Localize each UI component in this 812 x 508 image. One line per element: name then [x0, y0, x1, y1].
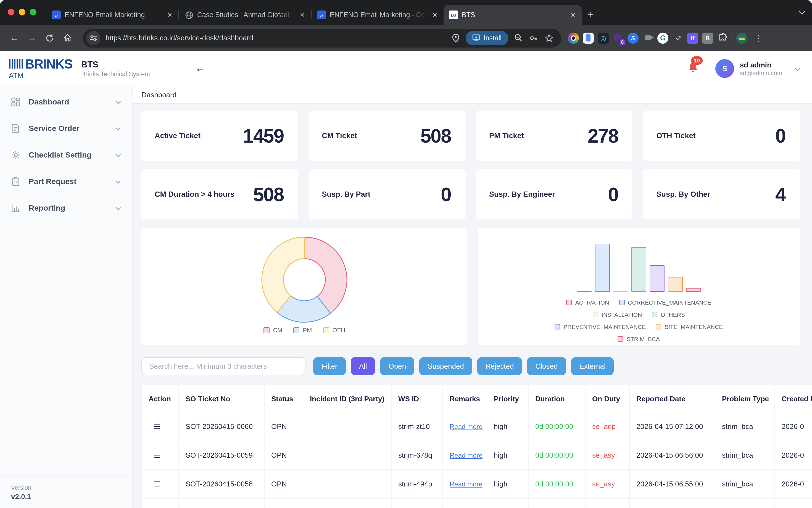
bar-INSTALLATION [613, 291, 628, 292]
minimize-window-button[interactable] [19, 9, 26, 15]
browser-tab[interactable]: Case Studies | Ahmad Giofadl ✕ [179, 5, 311, 25]
tab-close-icon[interactable]: ✕ [569, 11, 577, 18]
sidebar-item-part-request[interactable]: Part Request [0, 168, 132, 195]
chevron-down-icon [115, 151, 121, 159]
browser-tab[interactable]: » ENFENO Email Marketing - Co ✕ [312, 5, 443, 25]
zoom-magnifier-icon[interactable] [511, 30, 526, 46]
password-key-icon[interactable] [526, 30, 541, 46]
read-more-link[interactable]: Read more [450, 452, 482, 459]
stat-card-oth-ticket: OTH Ticket0 [643, 111, 800, 161]
tab-close-icon[interactable]: ✕ [166, 11, 174, 18]
ifttt-extension-icon[interactable]: If [687, 32, 698, 43]
lens-extension-icon[interactable] [568, 32, 579, 43]
camera-extension-icon[interactable] [642, 32, 654, 43]
filter-button-closed[interactable]: Closed [527, 357, 566, 375]
table-column-header[interactable]: WS ID [391, 385, 443, 412]
hamburger-menu-icon[interactable] [154, 424, 160, 429]
table-column-header[interactable]: Duration [528, 385, 585, 412]
phone-extension-icon[interactable] [583, 32, 594, 43]
bar-STRIM_BCA [686, 288, 701, 292]
cell-created_date: 2026-0 [775, 470, 812, 498]
sidebar-item-dashboard[interactable]: Dashboard [0, 88, 132, 115]
home-button[interactable] [58, 29, 76, 47]
react-devtools-icon[interactable]: ◎ [598, 32, 609, 43]
table-row[interactable]: SOT-20260415-0059OPNstrim-678qRead moreh… [142, 441, 812, 470]
cell-remarks: Read more [443, 470, 487, 498]
legend-item: CORRECTIVE_MAINTENANCE [619, 299, 711, 306]
hamburger-menu-icon[interactable] [154, 453, 160, 458]
filter-button-suspended[interactable]: Suspended [419, 357, 472, 375]
table-column-header[interactable]: Priority [487, 385, 528, 412]
table-column-header[interactable]: Incident ID (3rd Party) [303, 385, 391, 412]
site-settings-icon[interactable] [86, 31, 100, 45]
back-button[interactable]: ← [5, 29, 23, 47]
table-column-header[interactable]: Action [142, 385, 179, 412]
tab-close-icon[interactable]: ✕ [431, 11, 439, 18]
filter-button-filter[interactable]: Filter [313, 357, 346, 375]
reload-button[interactable] [41, 29, 58, 47]
stat-label: Susp. By Part [322, 190, 371, 199]
grammarly-extension-icon[interactable]: G [657, 32, 668, 43]
shazam-extension-icon[interactable]: S [627, 32, 638, 43]
hamburger-menu-icon[interactable] [154, 481, 160, 487]
sidebar-item-reporting[interactable]: Reporting [0, 195, 132, 221]
search-input[interactable] [141, 357, 305, 375]
user-avatar[interactable]: S [716, 59, 734, 78]
browser-tab-active[interactable]: BS BTS ✕ [443, 5, 582, 25]
collapse-sidebar-arrow-icon[interactable]: ← [195, 62, 205, 74]
table-row-partial [142, 498, 812, 508]
bookmark-star-icon[interactable] [541, 30, 557, 46]
user-menu-chevron-icon[interactable] [794, 63, 801, 73]
eyedropper-extension-icon[interactable]: ✎ [672, 32, 683, 43]
filter-button-external[interactable]: External [571, 357, 614, 375]
table-column-header[interactable]: Created Date [775, 385, 812, 412]
row-action-cell[interactable] [142, 470, 179, 498]
table-row[interactable]: SOT-20260415-0058OPNstrim-494pRead moreh… [142, 470, 812, 498]
cell-reported_date: 2026-04-15 07:12:00 [629, 412, 715, 441]
close-window-button[interactable] [8, 9, 14, 15]
filter-button-open[interactable]: Open [380, 357, 415, 375]
notification-bell[interactable]: 10 [687, 60, 700, 76]
macos-traffic-lights[interactable] [8, 9, 37, 15]
legend-item: SITE_MAINTENANCE [656, 323, 723, 330]
table-row[interactable]: SOT-20260415-0060OPNstrim-zt10Read moreh… [142, 412, 812, 441]
new-tab-button[interactable]: + [587, 9, 593, 21]
tab-title: BTS [462, 11, 565, 19]
browser-menu-icon[interactable]: ⋮ [755, 34, 762, 42]
service-order-table: ActionSO Ticket NoStatusIncident ID (3rd… [141, 385, 812, 508]
url-text[interactable]: https://bts.brinks.co.id/service-desk/da… [105, 34, 448, 42]
tab-strip: » ENFENO Email Marketing ✕ Case Studies … [0, 0, 812, 25]
read-more-link[interactable]: Read more [450, 423, 482, 431]
stack-extension-icon[interactable]: 8 [613, 32, 624, 43]
tab-close-icon[interactable]: ✕ [298, 11, 306, 18]
filter-button-all[interactable]: All [351, 357, 375, 375]
stat-value: 0 [608, 183, 618, 205]
enfeno-favicon-icon: » [317, 10, 326, 19]
table-column-header[interactable]: Problem Type [715, 385, 775, 412]
version-value: v2.0.1 [11, 493, 121, 501]
table-column-header[interactable]: Remarks [443, 385, 487, 412]
legend-swatch [555, 324, 560, 330]
install-app-button[interactable]: Install [466, 31, 508, 45]
tab-search-chevron-icon[interactable] [799, 7, 805, 17]
table-column-header[interactable]: On Duty [585, 385, 629, 412]
profile-avatar-icon[interactable] [736, 32, 747, 43]
sidebar-item-service-order[interactable]: Service Order [0, 115, 132, 141]
row-action-cell[interactable] [142, 412, 179, 441]
table-column-header[interactable]: SO Ticket No [179, 385, 264, 412]
table-column-header[interactable]: Status [264, 385, 303, 412]
browser-tab[interactable]: » ENFENO Email Marketing ✕ [46, 5, 179, 25]
filter-button-rejected[interactable]: Rejected [477, 357, 522, 375]
table-column-header[interactable]: Reported Date [629, 385, 715, 412]
address-bar[interactable]: https://bts.brinks.co.id/service-desk/da… [83, 29, 561, 47]
extensions-puzzle-icon[interactable] [717, 32, 728, 43]
row-action-cell[interactable] [142, 441, 179, 470]
cell-ws_id: strim-494p [391, 470, 443, 498]
sidebar-item-checklist-setting[interactable]: Checklist Setting [0, 141, 132, 168]
legend-item: CM [264, 327, 282, 333]
forward-button[interactable]: → [23, 29, 41, 47]
location-pin-icon[interactable] [448, 30, 464, 46]
zoom-window-button[interactable] [30, 9, 37, 15]
read-more-link[interactable]: Read more [450, 480, 482, 488]
b-extension-icon[interactable]: B [702, 32, 713, 43]
